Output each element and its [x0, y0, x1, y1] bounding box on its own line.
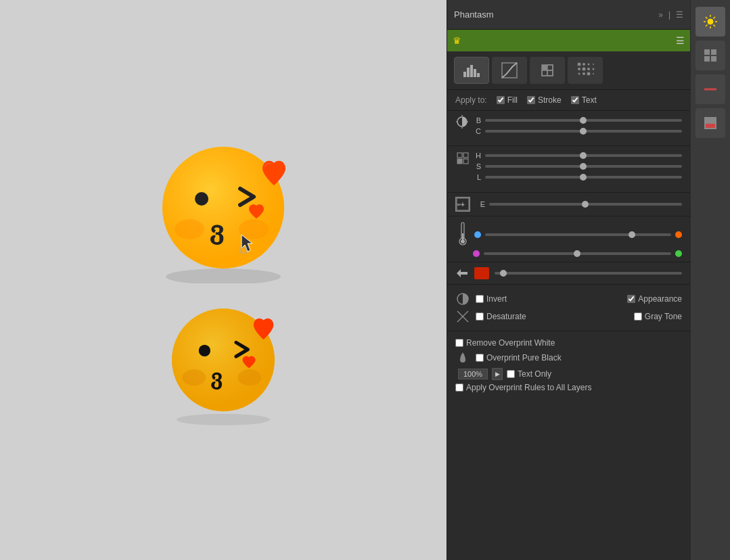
e-icon: + –: [455, 197, 470, 212]
colorize-swatch[interactable]: [474, 267, 489, 279]
apply-to-label: Apply to:: [455, 95, 487, 105]
colorize-icon: [455, 266, 469, 280]
panel-title: Phantasm: [454, 9, 658, 20]
c-slider-row: C: [470, 127, 682, 135]
overprint-arrow-btn[interactable]: ▶: [492, 368, 503, 380]
s-slider-thumb[interactable]: [580, 163, 587, 170]
expand-icon[interactable]: »: [658, 10, 663, 20]
appearance-checkbox-label[interactable]: Appearance: [627, 294, 682, 304]
desaturate-label: Desaturate: [486, 312, 526, 321]
svg-rect-45: [457, 153, 462, 158]
tab-histogram[interactable]: [454, 57, 489, 84]
tool-sun[interactable]: [695, 7, 725, 37]
magenta-dot: [473, 250, 480, 257]
phantasm-panel: Phantasm » | ☰ ♛ ☰: [447, 0, 690, 560]
overprint-pct-input[interactable]: [458, 369, 488, 379]
apply-rules-row: Apply Overprint Rules to All Layers: [455, 383, 682, 392]
banner-menu-icon[interactable]: ☰: [676, 35, 685, 46]
gray-tone-checkbox[interactable]: [634, 312, 642, 321]
hsl-icon: [455, 149, 470, 189]
b-slider-track[interactable]: [485, 119, 682, 122]
orange-dot: [675, 231, 682, 238]
text-only-checkbox[interactable]: [507, 370, 515, 378]
svg-line-70: [706, 25, 708, 27]
h-slider-thumb[interactable]: [580, 152, 587, 159]
menu-icon[interactable]: ☰: [676, 10, 683, 20]
top-emoji-container: ვ: [149, 135, 298, 283]
stroke-checkbox-label[interactable]: Stroke: [527, 95, 562, 105]
tool-line[interactable]: [695, 74, 725, 104]
svg-point-9: [177, 414, 270, 425]
bc-icon-area: B C: [455, 114, 682, 143]
remove-overprint-label[interactable]: Remove Overprint White: [455, 338, 555, 348]
svg-rect-27: [542, 70, 547, 76]
tab-halftone[interactable]: [568, 57, 603, 84]
e-slider-thumb[interactable]: [582, 201, 589, 208]
l-slider-track[interactable]: [485, 176, 682, 179]
svg-text:ვ: ვ: [209, 216, 223, 245]
svg-point-39: [593, 73, 594, 74]
invert-checkbox[interactable]: [476, 295, 484, 303]
overprint-black-checkbox[interactable]: [476, 354, 484, 362]
fill-label: Fill: [507, 95, 518, 105]
appearance-checkbox[interactable]: [627, 295, 635, 303]
svg-rect-72: [711, 49, 716, 55]
desaturate-icon: [455, 309, 470, 324]
cb-top-thumb[interactable]: [629, 231, 635, 238]
tab-curves[interactable]: [492, 57, 527, 84]
svg-rect-48: [463, 159, 468, 164]
cb-top-slider[interactable]: [485, 233, 671, 236]
stroke-label: Stroke: [538, 95, 562, 105]
cb-bottom-slider[interactable]: [484, 252, 671, 255]
svg-rect-47: [457, 159, 462, 164]
apply-rules-checkbox[interactable]: [455, 383, 463, 392]
h-slider-track[interactable]: [485, 154, 682, 157]
desaturate-checkbox[interactable]: [476, 312, 484, 321]
color-balance-section: [447, 216, 690, 262]
svg-point-30: [588, 64, 590, 66]
b-slider-thumb[interactable]: [580, 117, 587, 124]
stroke-checkbox[interactable]: [527, 96, 535, 104]
svg-rect-17: [467, 68, 470, 77]
curves-icon: [500, 61, 519, 80]
apply-rules-label[interactable]: Apply Overprint Rules to All Layers: [455, 383, 591, 392]
e-slider-track[interactable]: [489, 203, 682, 206]
tool-grid[interactable]: [695, 41, 725, 70]
svg-text:+: +: [461, 201, 465, 208]
b-label: B: [470, 116, 481, 124]
toolbar-strip: [690, 0, 730, 560]
fill-checkbox-label[interactable]: Fill: [497, 95, 518, 105]
remove-overprint-checkbox[interactable]: [455, 339, 463, 347]
green-banner[interactable]: ♛ ☰: [447, 30, 690, 51]
desaturate-checkbox-label[interactable]: Desaturate: [476, 312, 526, 321]
fill-checkbox[interactable]: [497, 96, 505, 104]
colorize-slider-track[interactable]: [495, 272, 682, 275]
hsl-sliders: H S L: [470, 149, 682, 189]
s-slider-track[interactable]: [485, 165, 682, 168]
colorize-slider-thumb[interactable]: [500, 270, 507, 277]
tool-swatch[interactable]: [695, 108, 725, 138]
text-checkbox-label[interactable]: Text: [571, 95, 597, 105]
svg-rect-77: [706, 124, 715, 128]
temperature-icon: [455, 221, 470, 248]
svg-point-29: [583, 63, 585, 66]
c-slider-track[interactable]: [485, 130, 682, 133]
svg-point-14: [199, 345, 210, 356]
cb-top-row: [455, 221, 682, 248]
svg-rect-16: [463, 72, 466, 77]
invert-icon: [455, 291, 470, 306]
bottom-emoji: ვ: [159, 297, 288, 425]
l-slider-row: L: [470, 173, 682, 181]
overprint-black-label[interactable]: Overprint Pure Black: [476, 353, 562, 363]
text-checkbox[interactable]: [571, 96, 579, 104]
tab-layers[interactable]: [530, 57, 565, 84]
cb-bottom-thumb[interactable]: [574, 250, 580, 257]
l-slider-thumb[interactable]: [580, 174, 587, 181]
l-label: L: [470, 173, 481, 181]
apply-to-row: Apply to: Fill Stroke Text: [447, 90, 690, 111]
gray-tone-checkbox-label[interactable]: Gray Tone: [634, 312, 682, 321]
c-slider-thumb[interactable]: [580, 128, 587, 135]
text-only-checkbox-label[interactable]: Text Only: [507, 369, 551, 379]
invert-checkbox-label[interactable]: Invert: [476, 294, 507, 304]
canvas-area: ვ: [0, 0, 447, 560]
